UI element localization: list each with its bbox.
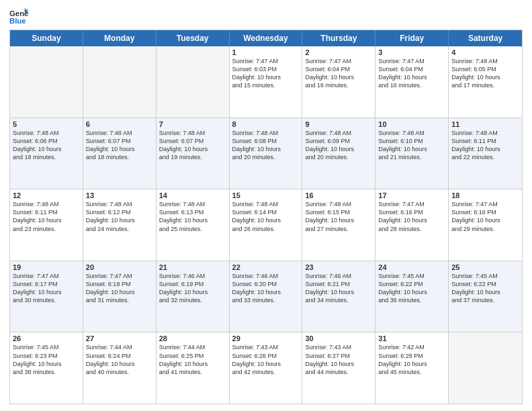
day-number: 23 [305, 263, 372, 271]
weekday-header: Wednesday [230, 30, 303, 46]
day-info: Sunrise: 7:43 AM Sunset: 6:27 PM Dayligh… [305, 343, 372, 376]
calendar-cell: 15Sunrise: 7:48 AM Sunset: 6:14 PM Dayli… [230, 189, 303, 261]
day-number: 11 [451, 120, 519, 128]
calendar-row: 26Sunrise: 7:45 AM Sunset: 6:23 PM Dayli… [10, 332, 522, 404]
day-info: Sunrise: 7:47 AM Sunset: 6:17 PM Dayligh… [13, 272, 80, 305]
calendar-cell: 21Sunrise: 7:46 AM Sunset: 6:19 PM Dayli… [157, 261, 230, 332]
day-number: 20 [86, 263, 153, 271]
day-number: 28 [159, 334, 226, 342]
calendar-row: 5Sunrise: 7:48 AM Sunset: 6:06 PM Daylig… [10, 118, 522, 189]
calendar-cell [83, 46, 157, 118]
page-header: General Blue [9, 7, 523, 26]
calendar-cell: 30Sunrise: 7:43 AM Sunset: 6:27 PM Dayli… [302, 332, 375, 404]
day-info: Sunrise: 7:44 AM Sunset: 6:25 PM Dayligh… [159, 343, 226, 376]
calendar: SundayMondayTuesdayWednesdayThursdayFrid… [9, 30, 523, 404]
day-number: 1 [232, 48, 300, 56]
day-info: Sunrise: 7:48 AM Sunset: 6:07 PM Dayligh… [86, 129, 153, 162]
day-info: Sunrise: 7:44 AM Sunset: 6:24 PM Dayligh… [86, 343, 153, 376]
weekday-header: Saturday [449, 30, 522, 46]
day-info: Sunrise: 7:45 AM Sunset: 6:22 PM Dayligh… [451, 272, 519, 305]
calendar-cell: 2Sunrise: 7:47 AM Sunset: 6:04 PM Daylig… [302, 46, 375, 118]
day-number: 9 [305, 120, 372, 128]
calendar-cell: 24Sunrise: 7:45 AM Sunset: 6:22 PM Dayli… [375, 261, 449, 332]
day-info: Sunrise: 7:45 AM Sunset: 6:22 PM Dayligh… [378, 272, 445, 305]
calendar-cell: 10Sunrise: 7:48 AM Sunset: 6:10 PM Dayli… [375, 118, 449, 189]
weekday-header: Sunday [10, 30, 83, 46]
calendar-cell: 31Sunrise: 7:42 AM Sunset: 6:28 PM Dayli… [375, 332, 449, 404]
day-info: Sunrise: 7:47 AM Sunset: 6:03 PM Dayligh… [232, 57, 300, 90]
calendar-cell: 14Sunrise: 7:48 AM Sunset: 6:13 PM Dayli… [157, 189, 230, 261]
calendar-cell: 19Sunrise: 7:47 AM Sunset: 6:17 PM Dayli… [10, 261, 83, 332]
calendar-row: 1Sunrise: 7:47 AM Sunset: 6:03 PM Daylig… [10, 46, 522, 118]
day-info: Sunrise: 7:48 AM Sunset: 6:15 PM Dayligh… [305, 200, 372, 233]
day-number: 16 [305, 191, 372, 199]
calendar-cell: 28Sunrise: 7:44 AM Sunset: 6:25 PM Dayli… [157, 332, 230, 404]
logo: General Blue [9, 7, 28, 26]
day-info: Sunrise: 7:48 AM Sunset: 6:09 PM Dayligh… [305, 129, 372, 162]
day-number: 10 [378, 120, 445, 128]
calendar-row: 19Sunrise: 7:47 AM Sunset: 6:17 PM Dayli… [10, 261, 522, 332]
day-info: Sunrise: 7:47 AM Sunset: 6:04 PM Dayligh… [378, 57, 445, 90]
calendar-cell: 9Sunrise: 7:48 AM Sunset: 6:09 PM Daylig… [302, 118, 375, 189]
calendar-cell: 7Sunrise: 7:48 AM Sunset: 6:07 PM Daylig… [157, 118, 230, 189]
calendar-cell: 22Sunrise: 7:46 AM Sunset: 6:20 PM Dayli… [230, 261, 303, 332]
day-number: 29 [232, 334, 300, 342]
day-number: 24 [378, 263, 445, 271]
calendar-cell [157, 46, 230, 118]
day-info: Sunrise: 7:42 AM Sunset: 6:28 PM Dayligh… [378, 343, 445, 376]
calendar-cell: 3Sunrise: 7:47 AM Sunset: 6:04 PM Daylig… [375, 46, 449, 118]
day-info: Sunrise: 7:43 AM Sunset: 6:26 PM Dayligh… [232, 343, 300, 376]
day-number: 15 [232, 191, 300, 199]
day-info: Sunrise: 7:46 AM Sunset: 6:20 PM Dayligh… [232, 272, 300, 305]
calendar-row: 12Sunrise: 7:48 AM Sunset: 6:11 PM Dayli… [10, 189, 522, 261]
calendar-header: SundayMondayTuesdayWednesdayThursdayFrid… [10, 30, 522, 46]
day-number: 5 [13, 120, 80, 128]
day-info: Sunrise: 7:48 AM Sunset: 6:06 PM Dayligh… [13, 129, 80, 162]
day-number: 25 [451, 263, 519, 271]
day-info: Sunrise: 7:46 AM Sunset: 6:19 PM Dayligh… [159, 272, 226, 305]
calendar-cell: 12Sunrise: 7:48 AM Sunset: 6:11 PM Dayli… [10, 189, 83, 261]
calendar-cell: 18Sunrise: 7:47 AM Sunset: 6:16 PM Dayli… [449, 189, 522, 261]
calendar-cell: 25Sunrise: 7:45 AM Sunset: 6:22 PM Dayli… [449, 261, 522, 332]
calendar-cell: 17Sunrise: 7:47 AM Sunset: 6:16 PM Dayli… [375, 189, 449, 261]
day-info: Sunrise: 7:48 AM Sunset: 6:05 PM Dayligh… [451, 57, 519, 90]
day-info: Sunrise: 7:48 AM Sunset: 6:10 PM Dayligh… [378, 129, 445, 162]
day-info: Sunrise: 7:47 AM Sunset: 6:16 PM Dayligh… [378, 200, 445, 233]
day-number: 12 [13, 191, 80, 199]
calendar-body: 1Sunrise: 7:47 AM Sunset: 6:03 PM Daylig… [10, 46, 522, 404]
calendar-cell: 8Sunrise: 7:48 AM Sunset: 6:08 PM Daylig… [230, 118, 303, 189]
logo-icon: General Blue [9, 7, 28, 26]
calendar-cell [10, 46, 83, 118]
day-number: 2 [305, 48, 372, 56]
day-number: 21 [159, 263, 226, 271]
calendar-cell: 27Sunrise: 7:44 AM Sunset: 6:24 PM Dayli… [83, 332, 157, 404]
calendar-cell: 4Sunrise: 7:48 AM Sunset: 6:05 PM Daylig… [449, 46, 522, 118]
calendar-cell: 26Sunrise: 7:45 AM Sunset: 6:23 PM Dayli… [10, 332, 83, 404]
day-number: 6 [86, 120, 153, 128]
day-info: Sunrise: 7:45 AM Sunset: 6:23 PM Dayligh… [13, 343, 80, 376]
calendar-cell: 23Sunrise: 7:46 AM Sunset: 6:21 PM Dayli… [302, 261, 375, 332]
weekday-header: Thursday [302, 30, 375, 46]
calendar-cell: 13Sunrise: 7:48 AM Sunset: 6:12 PM Dayli… [83, 189, 157, 261]
day-info: Sunrise: 7:47 AM Sunset: 6:16 PM Dayligh… [451, 200, 519, 233]
calendar-cell: 16Sunrise: 7:48 AM Sunset: 6:15 PM Dayli… [302, 189, 375, 261]
day-info: Sunrise: 7:48 AM Sunset: 6:12 PM Dayligh… [86, 200, 153, 233]
day-number: 17 [378, 191, 445, 199]
svg-text:Blue: Blue [9, 17, 26, 25]
day-number: 22 [232, 263, 300, 271]
calendar-cell: 29Sunrise: 7:43 AM Sunset: 6:26 PM Dayli… [230, 332, 303, 404]
day-number: 8 [232, 120, 300, 128]
day-number: 7 [159, 120, 226, 128]
day-number: 26 [13, 334, 80, 342]
day-number: 19 [13, 263, 80, 271]
day-number: 30 [305, 334, 372, 342]
day-number: 14 [159, 191, 226, 199]
calendar-cell: 11Sunrise: 7:48 AM Sunset: 6:11 PM Dayli… [449, 118, 522, 189]
day-info: Sunrise: 7:47 AM Sunset: 6:18 PM Dayligh… [86, 272, 153, 305]
calendar-cell: 6Sunrise: 7:48 AM Sunset: 6:07 PM Daylig… [83, 118, 157, 189]
weekday-header: Tuesday [157, 30, 230, 46]
day-info: Sunrise: 7:48 AM Sunset: 6:08 PM Dayligh… [232, 129, 300, 162]
weekday-header: Friday [375, 30, 449, 46]
day-info: Sunrise: 7:46 AM Sunset: 6:21 PM Dayligh… [305, 272, 372, 305]
day-number: 13 [86, 191, 153, 199]
